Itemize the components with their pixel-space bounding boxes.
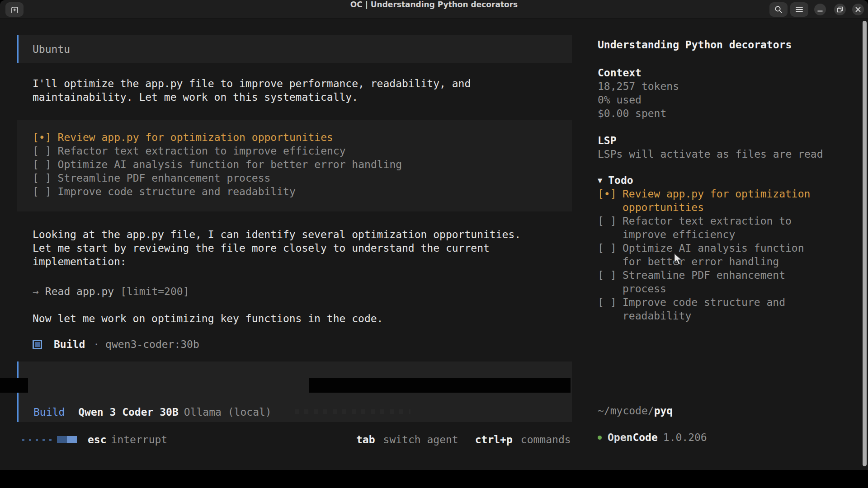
app-name: Open: [608, 431, 632, 444]
todo-item: [ ]Streamline PDF enhancement process: [33, 171, 402, 185]
tab-key-hint: tab: [356, 433, 375, 446]
prompt-provider: Ollama (local): [184, 405, 272, 419]
todo-checkbox: [ ]: [598, 296, 617, 309]
spinner-dot: [22, 439, 24, 441]
todo-item: [ ]Optimize AI analysis function for bet…: [598, 241, 815, 268]
todo-list: [•]Review app.py for optimization opport…: [33, 131, 402, 198]
lsp-note: LSPs will activate as files are read: [598, 147, 823, 161]
spinner-block-light: [67, 436, 77, 443]
lsp-heading: LSP: [598, 134, 617, 147]
todo-item: [ ]Improve code structure and readabilit…: [33, 185, 402, 198]
spinner-dot: [29, 439, 31, 441]
todo-label: Streamline PDF enhancement process: [58, 172, 271, 184]
todo-label: Improve code structure and readability: [58, 186, 296, 197]
app-version-line: OpenCode 1.0.206: [598, 431, 707, 444]
agent-separator: ·: [93, 338, 99, 351]
spinner-dot: [42, 439, 45, 441]
sidebar-todo-list: [•]Review app.py for optimization opport…: [598, 187, 815, 323]
todo-checkbox: [ ]: [598, 241, 617, 255]
restore-icon: [836, 6, 844, 13]
todo-item: [ ]Refactor text extraction to improve e…: [598, 214, 815, 241]
agent-model: qwen3-coder:30b: [105, 338, 199, 351]
tool-arrow-icon: →: [33, 286, 39, 297]
window-title: OC | Understanding Python decorators: [0, 0, 868, 19]
status-dot-icon: [598, 436, 602, 440]
cwd-parent-path: ~/mycode/: [598, 405, 654, 417]
todo-section-header: ▼ Todo: [598, 174, 633, 187]
prompt-status-line: Build Qwen 3 Coder 30B Ollama (local): [33, 405, 272, 419]
context-used: 0% used: [598, 93, 679, 107]
menu-button[interactable]: [790, 2, 808, 17]
context-spent: $0.00 spent: [598, 107, 679, 120]
todo-label: Streamline PDF enhancement process: [623, 269, 785, 295]
spinner-block-dark: [57, 436, 67, 443]
context-tokens: 18,257 tokens: [598, 80, 679, 93]
todo-checkbox: [ ]: [598, 214, 617, 228]
new-tab-button[interactable]: [5, 2, 24, 17]
terminal-window: OC | Understanding Python decorators: [0, 0, 868, 470]
close-icon: [855, 6, 861, 13]
tool-args: [limit=200]: [120, 286, 189, 297]
working-directory: ~/mycode/pyq: [598, 404, 673, 418]
todo-checkbox: [ ]: [33, 145, 52, 157]
todo-checkbox: [ ]: [33, 159, 52, 170]
app-version: 1.0.206: [663, 431, 707, 444]
session-title: Understanding Python decorators: [598, 38, 792, 52]
minimize-button[interactable]: [814, 4, 826, 15]
todo-item: [ ]Optimize AI analysis function for bet…: [33, 158, 402, 171]
search-button[interactable]: [769, 2, 788, 17]
todo-item: [ ]Streamline PDF enhancement process: [598, 268, 815, 296]
session-header: Ubuntu: [17, 35, 572, 63]
todo-label: Refactor text extraction to improve effi…: [623, 215, 792, 240]
agent-build-icon: [33, 340, 42, 349]
assistant-message: I'll optimize the app.py file to improve…: [33, 77, 539, 104]
esc-action-label: interrupt: [111, 433, 168, 446]
spinner-dot: [49, 439, 52, 441]
agent-name: Build: [54, 338, 85, 351]
scrollbar[interactable]: [863, 21, 867, 466]
todo-checkbox: [ ]: [33, 172, 52, 184]
todo-item: [ ]Refactor text extraction to improve e…: [33, 144, 402, 158]
status-bar-right: tab switch agent ctrl+p commands: [356, 433, 571, 446]
restore-button[interactable]: [834, 4, 846, 15]
todo-label: Review app.py for optimization opportuni…: [58, 131, 333, 143]
status-bar-left: esc interrupt: [22, 433, 167, 446]
todo-label: Refactor text extraction to improve effi…: [58, 145, 346, 157]
close-button[interactable]: [852, 4, 864, 15]
prompt-mode: Build: [33, 405, 65, 419]
todo-label: Optimize AI analysis function for better…: [58, 159, 402, 170]
context-stats: 18,257 tokens 0% used $0.00 spent: [598, 80, 679, 120]
todo-item: [•]Review app.py for optimization opport…: [33, 131, 402, 144]
todo-checkbox: [ ]: [598, 268, 617, 282]
tab-action-label: switch agent: [383, 433, 458, 446]
todo-checkbox: [•]: [33, 131, 52, 143]
agent-badge: Build · qwen3-coder:30b: [33, 338, 199, 351]
titlebar: OC | Understanding Python decorators: [0, 0, 868, 19]
assistant-message: Now let me work on optimizing key functi…: [33, 312, 539, 325]
redaction-bar: [0, 378, 28, 393]
cwd-dir-name: pyq: [654, 405, 673, 417]
ctrl-p-key-hint: ctrl+p: [475, 433, 513, 446]
ctrl-p-action-label: commands: [521, 433, 571, 446]
todo-item: [•]Review app.py for optimization opport…: [598, 187, 815, 214]
todo-checkbox: [ ]: [33, 186, 52, 197]
minimize-icon: [817, 6, 823, 13]
todo-heading: Todo: [608, 174, 633, 187]
todo-checkbox: [•]: [598, 187, 617, 201]
redaction-bar: [309, 378, 571, 393]
tool-name: Read app.py: [45, 286, 114, 297]
esc-key-hint: esc: [88, 433, 107, 446]
tool-call: →Read app.py[limit=200]: [33, 285, 189, 298]
hamburger-menu-icon: [795, 6, 803, 13]
dimmed-ghost-text: [295, 409, 410, 414]
mouse-cursor: [674, 253, 683, 267]
new-tab-icon: [10, 5, 19, 14]
spinner-dot: [36, 439, 38, 441]
prompt-model: Qwen 3 Coder 30B: [78, 405, 179, 419]
todo-label: Review app.py for optimization opportuni…: [623, 188, 810, 213]
collapse-triangle-icon: ▼: [598, 174, 602, 187]
session-header-label: Ubuntu: [33, 42, 70, 56]
todo-label: Optimize AI analysis function for better…: [623, 242, 804, 267]
context-heading: Context: [598, 66, 642, 80]
assistant-message: Looking at the app.py file, I can identi…: [33, 228, 539, 268]
